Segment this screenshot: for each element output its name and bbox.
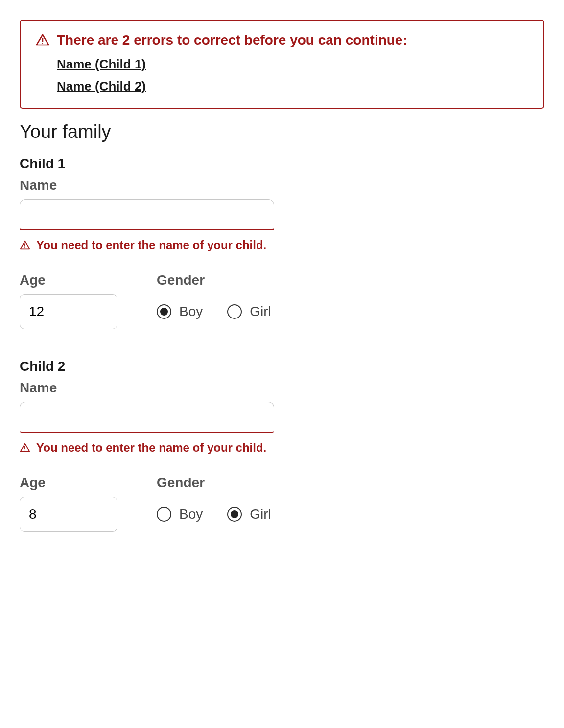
child-2-name-input[interactable]: [20, 402, 274, 433]
gender-label: Gender: [157, 475, 544, 491]
child-2-heading: Child 2: [20, 359, 544, 374]
child-2-age-input[interactable]: [20, 497, 118, 532]
svg-point-5: [24, 450, 25, 450]
child-1-section: Child 1 Name You need to enter the name …: [20, 156, 544, 329]
name-label: Name: [20, 178, 544, 193]
child-1-gender-boy-radio[interactable]: Boy: [157, 304, 203, 319]
radio-checked-icon: [157, 304, 171, 319]
child-2-gender-girl-radio[interactable]: Girl: [227, 506, 271, 522]
warning-icon: [35, 33, 50, 47]
child-1-gender-girl-radio[interactable]: Girl: [227, 304, 271, 319]
error-link-child-2[interactable]: Name (Child 2): [57, 79, 146, 93]
page-title: Your family: [20, 121, 544, 142]
radio-label: Girl: [250, 506, 271, 522]
child-1-name-error: You need to enter the name of your child…: [36, 238, 266, 252]
child-1-age-input[interactable]: [20, 294, 118, 329]
warning-icon: [20, 240, 30, 250]
radio-unchecked-icon: [157, 507, 171, 522]
svg-point-3: [24, 247, 25, 248]
child-2-section: Child 2 Name You need to enter the name …: [20, 359, 544, 532]
radio-label: Girl: [250, 304, 271, 319]
radio-label: Boy: [179, 506, 203, 522]
name-label: Name: [20, 380, 544, 396]
warning-icon: [20, 442, 30, 453]
radio-checked-icon: [227, 507, 242, 522]
radio-label: Boy: [179, 304, 203, 319]
child-2-name-error: You need to enter the name of your child…: [36, 441, 266, 455]
child-1-heading: Child 1: [20, 156, 544, 172]
svg-point-1: [42, 43, 43, 44]
radio-unchecked-icon: [227, 304, 242, 319]
age-label: Age: [20, 475, 127, 491]
child-2-gender-boy-radio[interactable]: Boy: [157, 506, 203, 522]
error-link-child-1[interactable]: Name (Child 1): [57, 57, 146, 71]
gender-label: Gender: [157, 273, 544, 288]
error-summary-title: There are 2 errors to correct before you…: [57, 32, 407, 48]
age-label: Age: [20, 273, 127, 288]
error-summary-box: There are 2 errors to correct before you…: [20, 20, 544, 109]
child-1-name-input[interactable]: [20, 199, 274, 230]
